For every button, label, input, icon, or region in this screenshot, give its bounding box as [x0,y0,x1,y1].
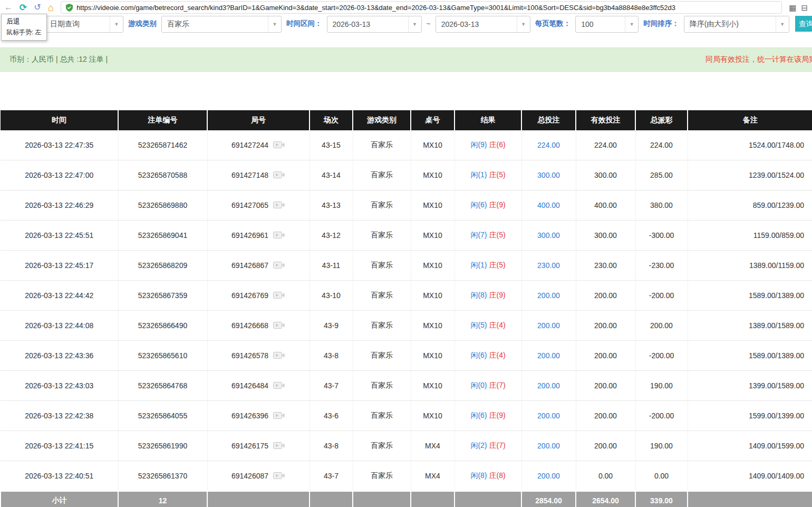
cell-session: 43-14 [310,160,353,190]
subtotal-total-bet: 2854.00 [521,491,576,507]
date-query-value: 日期查询 [45,20,110,29]
cell-table-no: MX4 [411,431,455,461]
per-page-select[interactable]: 100 ▼ [575,16,639,33]
cell-round-id: 691426769 [207,281,310,311]
cell-valid-bet: 200.00 [576,401,635,431]
search-button[interactable]: 查询 [795,16,812,32]
cell-time: 2026-03-13 22:47:00 [1,160,118,190]
back-icon[interactable]: ← [4,3,13,12]
total-bet-link[interactable]: 200.00 [537,351,560,360]
cell-result: 闲(8)庄(8) [455,461,521,492]
total-bet-link[interactable]: 200.00 [537,291,560,300]
per-page-label: 每页笔数： [535,16,571,32]
video-icon[interactable] [273,140,285,150]
tooltip-subtitle: 鼠标手势: 左 [6,28,42,37]
cell-remark: 1589.00/1389.00 [688,281,812,311]
total-bet-link[interactable]: 230.00 [537,261,560,270]
video-icon[interactable] [273,290,285,301]
empty-cell [310,491,353,507]
cell-bet-id: 523265868209 [118,251,207,281]
cell-payout: 224.00 [635,130,688,160]
filter-toolbar: 日期查询 ▼ 游戏类别 百家乐 ▼ 时间区间： 2026-03-13 ▼ ~ 2… [0,15,812,47]
video-icon[interactable] [273,410,285,421]
panel-icon[interactable]: ⊟ [801,4,808,12]
video-icon[interactable] [273,260,285,271]
total-bet-link[interactable]: 400.00 [537,201,560,209]
video-icon[interactable] [273,230,285,241]
cell-session: 43-11 [310,251,353,281]
cell-bet-id: 523265861370 [118,461,207,492]
cell-time: 2026-03-13 22:42:38 [1,401,118,431]
video-icon[interactable] [273,441,285,451]
result-banker: 庄(5) [489,170,506,179]
total-bet-link[interactable]: 200.00 [537,442,560,450]
cell-valid-bet: 200.00 [576,281,635,311]
cell-payout: 200.00 [635,311,688,341]
total-bet-link[interactable]: 300.00 [537,231,560,240]
result-banker: 庄(5) [489,261,506,269]
cell-round-id: 691426396 [207,401,310,431]
cell-bet-id: 523265870588 [118,160,207,190]
cell-valid-bet: 200.00 [576,311,635,341]
header-session: 场次 [310,110,353,130]
total-bet-link[interactable]: 200.00 [537,472,560,480]
game-category-label: 游戏类别 [128,16,157,32]
cell-table-no: MX10 [411,160,455,190]
game-category-select[interactable]: 百家乐 ▼ [161,16,282,33]
header-game-type: 游戏类别 [353,110,411,130]
video-icon[interactable] [273,380,285,391]
round-id: 691426484 [231,381,268,390]
empty-cell [207,491,310,507]
address-bar[interactable]: https://videoie.com/game/betrecord_searc… [61,1,782,14]
cell-session: 43-7 [310,461,353,492]
table-row: 2026-03-13 22:44:08523265866490691426668… [1,311,812,341]
cell-valid-bet: 400.00 [576,190,635,221]
result-banker: 庄(7) [489,381,506,389]
total-bet-link[interactable]: 300.00 [537,171,560,179]
empty-cell [411,491,455,507]
cell-game-type: 百家乐 [353,190,411,221]
cell-game-type: 百家乐 [353,401,411,431]
cell-payout: -200.00 [635,401,688,431]
table-row: 2026-03-13 22:46:29523265869880691427065… [1,190,812,221]
home-icon[interactable]: ⌂ [48,3,54,13]
video-icon[interactable] [273,320,285,331]
date-end-select[interactable]: 2026-03-13 ▼ [436,16,530,33]
cell-round-id: 691426578 [207,341,310,371]
total-bet-link[interactable]: 224.00 [537,141,560,149]
total-bet-link[interactable]: 200.00 [537,381,560,390]
video-icon[interactable] [273,170,285,180]
result-banker: 庄(9) [489,411,506,419]
cell-valid-bet: 300.00 [576,160,635,190]
cell-remark: 1239.00/1524.00 [688,160,812,190]
cell-round-id: 691427244 [207,130,310,160]
cell-total-bet: 200.00 [521,281,576,311]
video-icon[interactable] [273,200,285,211]
sort-label: 时间排序： [643,16,679,32]
cell-game-type: 百家乐 [353,221,411,251]
sort-select[interactable]: 降序(由大到小) ▼ [684,16,789,33]
date-query-select[interactable]: 日期查询 ▼ [44,16,123,33]
cell-result: 闲(6)庄(9) [455,190,521,221]
result-player: 闲(9) [470,140,487,149]
cell-session: 43-13 [310,190,353,221]
total-bet-link[interactable]: 200.00 [537,412,560,420]
video-icon[interactable] [273,471,285,481]
url-text[interactable]: https://videoie.com/game/betrecord_searc… [76,4,675,12]
cell-session: 43-8 [310,341,353,371]
undo-icon[interactable]: ↺ [34,3,41,12]
video-icon[interactable] [273,350,285,361]
browser-toolbar: ← ⟳ ↺ ⌂ https://videoie.com/game/betreco… [0,0,812,15]
cell-payout: -200.00 [635,341,688,371]
reload-icon[interactable]: ⟳ [20,3,27,12]
header-remark: 备注 [688,110,812,130]
cell-table-no: MX10 [411,341,455,371]
empty-cell [455,491,521,507]
subtotal-valid-bet: 2654.00 [576,491,635,507]
cell-payout: 0.00 [635,461,688,492]
total-bet-link[interactable]: 200.00 [537,321,560,330]
cell-round-id: 691426484 [207,371,310,401]
cell-bet-id: 523265871462 [118,130,207,160]
date-start-select[interactable]: 2026-03-13 ▼ [327,16,422,33]
apps-grid-icon[interactable]: ▦ [789,4,796,12]
